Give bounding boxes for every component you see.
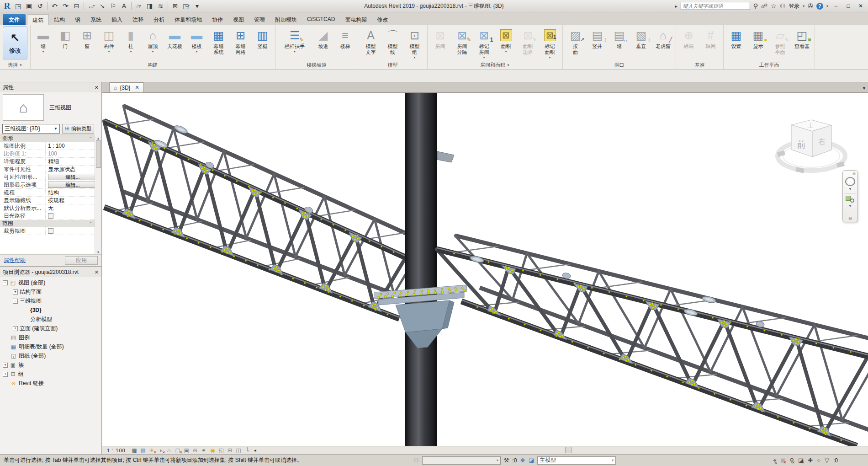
project-browser-close-icon[interactable]: ✕ xyxy=(95,269,99,275)
ribbon-tab-structure[interactable]: 结构 xyxy=(49,14,70,25)
expand-icon[interactable]: + xyxy=(3,372,8,377)
minimize-button[interactable]: – xyxy=(831,3,841,9)
help-dropdown-icon[interactable]: ▾ xyxy=(826,4,828,8)
reveal-hidden-elements-icon[interactable]: ◉ xyxy=(209,447,217,454)
render-dialog-icon[interactable]: ♨ xyxy=(165,447,173,454)
search-input[interactable] xyxy=(681,2,750,10)
checkbox[interactable] xyxy=(48,228,53,234)
tool-room-separator[interactable]: ⊠✎房间 分隔 xyxy=(451,26,473,60)
panel-label-opening[interactable]: 洞口 xyxy=(563,61,676,69)
tool-column[interactable]: ▮柱▾ xyxy=(120,26,142,54)
tree-item-families[interactable]: +▣族 xyxy=(0,360,101,370)
section-collapse-icon[interactable]: ⌃ xyxy=(89,136,92,141)
tree-item-groups[interactable]: +⊡组 xyxy=(0,370,101,379)
navbar-close-icon[interactable]: ⊗ xyxy=(852,171,856,176)
qat-print-icon[interactable]: ⊟ xyxy=(71,1,82,11)
property-value[interactable]: 无 xyxy=(46,204,95,212)
ribbon-tab-annotate[interactable]: 注释 xyxy=(127,14,148,25)
qat-section-icon[interactable]: ◨ xyxy=(144,1,155,11)
tree-item-schedules[interactable]: ▦明细表/数量 (全部) xyxy=(0,342,101,351)
active-only-icon[interactable]: ◪ xyxy=(529,457,534,464)
zoom-icon[interactable] xyxy=(846,195,855,203)
tree-item-3d-views[interactable]: −三维视图 xyxy=(0,296,101,305)
tool-model-group[interactable]: ⊡模型 组▾ xyxy=(404,26,425,60)
tool-model-text[interactable]: A模型 文字 xyxy=(360,26,381,60)
panel-label-select[interactable]: 选择▼ xyxy=(0,61,30,69)
viewcube-top-label[interactable]: 上 xyxy=(808,122,814,129)
ribbon-tab-architecture[interactable]: 建筑 xyxy=(27,14,49,25)
scrollbar-thumb[interactable] xyxy=(96,140,101,168)
tool-vertical-opening[interactable]: ▧↕垂直 xyxy=(630,26,652,54)
ribbon-tab-add-ins[interactable]: 附加模块 xyxy=(270,14,302,25)
collapse-icon[interactable]: − xyxy=(3,280,8,285)
zoom-dropdown-icon[interactable]: ▼ xyxy=(848,204,852,208)
tool-tag-area[interactable]: ⊠1标记 面积▾ xyxy=(539,26,561,60)
tool-curtain-system[interactable]: ▦幕墙 系统 xyxy=(208,26,229,60)
qat-switch-windows-icon[interactable]: ◳▾ xyxy=(181,1,191,11)
tool-dormer[interactable]: ⌂╱老虎窗 xyxy=(652,26,674,54)
tree-item-structural-plans[interactable]: +结构平面 xyxy=(0,287,101,296)
ribbon-tab-insert[interactable]: 插入 xyxy=(106,14,127,25)
qat-close-inactive-icon[interactable]: ⊠ xyxy=(170,1,180,11)
help-icon[interactable]: ? xyxy=(816,3,823,10)
view-scale-button[interactable]: 1 : 100 xyxy=(107,448,126,453)
collapse-icon[interactable]: − xyxy=(13,299,18,304)
tool-tag-room[interactable]: ⊠1标记 房间▾ xyxy=(473,26,495,60)
ribbon-tab-modify[interactable]: 修改 xyxy=(372,14,393,25)
steering-wheel-icon[interactable] xyxy=(845,177,855,186)
detail-level-icon[interactable]: ▩ xyxy=(131,447,138,454)
expand-icon[interactable]: + xyxy=(13,326,18,331)
tool-curtain-grid[interactable]: ⊞幕墙 网格 xyxy=(230,26,251,60)
crop-view-icon[interactable]: ▢✕ xyxy=(174,447,182,454)
select-link-icon[interactable]: ⌖✕ xyxy=(773,457,776,464)
qat-tag-icon[interactable]: ⚐ xyxy=(108,1,118,11)
property-value[interactable]: 100 xyxy=(46,150,95,157)
file-tab[interactable]: 文件 xyxy=(3,14,26,25)
app-store-cart-icon[interactable]: ✇ xyxy=(808,2,813,10)
worksets-dropdown[interactable]: ▾ xyxy=(422,456,501,465)
visual-style-icon[interactable]: ▧ xyxy=(139,447,147,454)
drag-on-selection-icon[interactable]: ✚ xyxy=(808,457,813,464)
ribbon-tab-substation-frame[interactable]: 变电构架 xyxy=(340,14,372,25)
panel-label-work-plane[interactable]: 工作平面 xyxy=(724,61,815,69)
tool-wall[interactable]: ▬墙▾ xyxy=(32,26,54,54)
modify-button[interactable]: ↖ 修改 xyxy=(3,27,27,59)
tool-workplane-set[interactable]: ▦设置 xyxy=(725,26,747,54)
ribbon-tab-analyze[interactable]: 分析 xyxy=(148,14,169,25)
search-collapse-icon[interactable]: ▸ xyxy=(675,4,677,9)
tree-item-revit-links[interactable]: ∞Revit 链接 xyxy=(0,379,101,388)
qat-sync-icon[interactable]: ↺ xyxy=(35,1,45,11)
ribbon-tab-view[interactable]: 视图 xyxy=(228,14,249,25)
signin-avatar-icon[interactable]: ⚇ xyxy=(780,2,786,10)
tool-viewer[interactable]: ◰■查看器 xyxy=(791,26,813,54)
tool-stair[interactable]: ≡楼梯 xyxy=(334,26,356,54)
properties-help-link[interactable]: 属性帮助 xyxy=(4,257,26,264)
viewcube-right-label[interactable]: 右 xyxy=(818,138,826,145)
panel-label-model[interactable]: 模型 xyxy=(358,61,427,69)
ribbon-tab-manage[interactable]: 管理 xyxy=(249,14,270,25)
tree-item-elevations[interactable]: +立面 (建筑立面) xyxy=(0,324,101,333)
navbar-minimize-icon[interactable]: ⊖ xyxy=(848,216,852,221)
signin-button[interactable]: 登录 xyxy=(789,2,799,10)
favorites-icon[interactable]: ☆ xyxy=(771,2,777,10)
qat-redo-icon[interactable]: ↷▾ xyxy=(60,1,71,11)
qat-aligned-dimension-icon[interactable]: ↘ xyxy=(97,1,107,11)
displacement-sets-icon[interactable]: ◫ xyxy=(235,447,243,454)
property-value[interactable]: 显示原状态 xyxy=(46,166,95,173)
communication-center-icon[interactable]: ☍ xyxy=(761,2,767,10)
select-underlay-icon[interactable]: ≣✕ xyxy=(780,457,785,464)
property-value[interactable]: 精细 xyxy=(46,158,95,165)
tool-shaft[interactable]: ▤↕竖井 xyxy=(587,26,608,54)
tool-wall-opening[interactable]: ▤↔墙 xyxy=(609,26,630,54)
tool-ramp[interactable]: ◢坡道 xyxy=(312,26,334,54)
tool-area[interactable]: ⊠面积▾ xyxy=(495,26,517,54)
qat-measure-icon[interactable]: ↔▾ xyxy=(86,1,96,11)
ribbon-tab-systems[interactable]: 系统 xyxy=(85,14,106,25)
shadows-icon[interactable]: ◑✕ xyxy=(157,447,164,454)
ribbon-tab-collaborate[interactable]: 协作 xyxy=(207,14,228,25)
editing-requests-icon[interactable]: ⚒ xyxy=(504,457,509,464)
collapse-left-icon[interactable]: ◂ xyxy=(254,448,256,453)
tree-item-legends[interactable]: ▤图例 xyxy=(0,333,101,342)
panel-label-room-area[interactable]: 房间和面积▼ xyxy=(428,61,562,69)
qat-save-icon[interactable]: ▣ xyxy=(24,1,34,11)
